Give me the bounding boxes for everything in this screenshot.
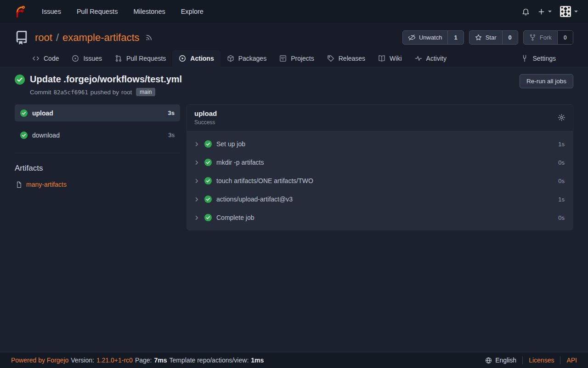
pushed-by-label: pushed by [90,89,119,96]
run-title-row: Update .forgejo/workflows/test.yml [15,74,182,85]
job-detail-name: upload [194,109,217,117]
job-duration: 3s [168,109,175,116]
success-check-icon [204,177,212,184]
fork-count[interactable]: 0 [557,31,573,44]
tab-issues[interactable]: Issues [65,50,108,67]
plus-icon [538,8,545,15]
tab-actions[interactable]: Actions [172,50,220,67]
caret-down-icon [548,11,552,12]
api-link[interactable]: API [560,356,577,364]
author-link[interactable]: root [121,89,132,96]
artifact-item: many-artifacts [15,181,180,188]
run-title: Update .forgejo/workflows/test.yml [30,74,182,85]
gear-icon [558,114,565,121]
forgejo-logo[interactable] [13,5,27,18]
branch-badge[interactable]: main [136,88,155,96]
commit-label: Commit [30,89,51,96]
template-time-value: 1ms [251,356,264,364]
version-label: Version: [71,356,94,364]
issue-opened-icon [72,55,79,62]
user-menu-button[interactable] [559,4,579,19]
nav-item-issues[interactable]: Issues [34,4,69,19]
success-check-icon [204,214,212,221]
forgejo-logo-icon [13,5,27,18]
tab-packages[interactable]: Packages [220,50,273,67]
step-row-mkdir[interactable]: mkdir -p artifacts 0s [187,153,573,172]
tab-pull-requests[interactable]: Pull Requests [108,50,172,67]
version-link[interactable]: 1.21.0+1-rc0 [96,356,133,364]
play-circle-icon [179,55,186,62]
step-name: actions/upload-artifact@v3 [216,196,293,203]
step-row-complete-job[interactable]: Complete job 0s [187,208,573,227]
tab-code[interactable]: Code [26,50,65,67]
tab-projects[interactable]: Projects [273,50,321,67]
job-item-download[interactable]: download 3s [15,126,180,144]
licenses-link[interactable]: Licenses [523,356,560,364]
tab-projects-label: Projects [291,55,314,62]
repo-name-link[interactable]: example-artifacts [62,32,140,44]
tab-activity[interactable]: Activity [408,50,453,67]
unwatch-button[interactable]: Unwatch 1 [402,30,464,45]
file-icon [16,181,23,188]
project-board-icon [279,55,287,62]
star-button[interactable]: Star 0 [469,30,518,45]
create-new-button[interactable] [537,6,553,17]
git-pull-request-icon [115,55,122,62]
powered-by-link[interactable]: Powered by Forgejo [11,356,68,364]
success-check-icon [20,132,28,139]
notifications-button[interactable] [521,6,531,17]
step-name: mkdir -p artifacts [216,159,264,166]
job-options-button[interactable] [558,114,565,121]
eye-slash-icon [408,34,415,41]
actions-run-view: Update .forgejo/workflows/test.yml Commi… [0,67,588,230]
chevron-right-icon [194,178,200,184]
tag-icon [327,55,334,62]
tab-wiki[interactable]: Wiki [372,50,408,67]
package-icon [227,55,234,62]
repo-tabs: Code Issues Pull Requests Actions P [15,45,573,67]
job-duration: 3s [168,132,175,138]
rerun-all-jobs-button[interactable]: Re-run all jobs [520,74,573,88]
step-row-upload-artifact[interactable]: actions/upload-artifact@v3 1s [187,190,573,208]
tab-settings-label: Settings [532,55,556,62]
tab-settings[interactable]: Settings [514,50,562,67]
step-row-touch-artifacts[interactable]: touch artifacts/ONE artifacts/TWO 0s [187,172,573,190]
tab-code-label: Code [44,55,59,62]
code-icon [32,55,40,62]
repo-header: root / example-artifacts Unwatch 1 [0,23,588,67]
job-name: upload [32,109,53,117]
bell-icon [522,8,530,16]
step-name: touch artifacts/ONE artifacts/TWO [216,177,313,184]
success-check-icon [15,75,25,85]
repo-owner-link[interactable]: root [35,32,52,44]
star-count[interactable]: 0 [502,31,518,44]
pulse-icon [415,55,422,62]
nav-item-milestones[interactable]: Milestones [125,4,173,19]
tab-releases[interactable]: Releases [321,50,372,67]
step-row-setup-job[interactable]: Set up job 1s [187,135,573,153]
artifact-download-link[interactable]: many-artifacts [26,181,67,188]
language-label: English [495,356,516,364]
nav-item-pull-requests[interactable]: Pull Requests [69,4,125,19]
tab-packages-label: Packages [238,55,266,62]
chevron-right-icon [194,160,200,166]
rss-feed-button[interactable] [145,34,153,41]
chevron-right-icon [194,141,200,147]
tools-icon [521,55,528,62]
fork-icon [529,34,536,41]
rss-icon [145,34,153,41]
nav-item-explore[interactable]: Explore [173,4,211,19]
sidebar-divider [15,153,180,153]
success-check-icon [204,140,212,148]
artifacts-heading: Artifacts [15,164,180,173]
language-selector[interactable]: English [485,356,522,364]
step-name: Complete job [216,214,254,221]
commit-sha-link[interactable]: 82a5cf6961 [54,89,88,96]
chevron-right-icon [194,196,200,202]
fork-button[interactable]: Fork 0 [523,30,573,45]
job-detail-header: upload Success [187,105,573,132]
job-item-upload[interactable]: upload 3s [15,104,180,121]
job-detail-panel: upload Success Set up job 1s [187,104,573,230]
tab-releases-label: Releases [339,55,365,62]
watch-count[interactable]: 1 [447,31,463,44]
